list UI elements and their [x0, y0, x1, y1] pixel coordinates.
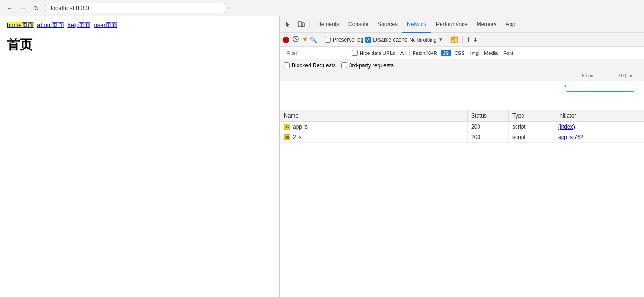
td-type-appjs: script — [509, 122, 554, 132]
td-status-appjs: 200 — [468, 122, 509, 132]
forward-button[interactable]: → — [18, 4, 28, 13]
tick-50ms: 50 ms — [582, 73, 594, 78]
clear-icon — [293, 36, 299, 42]
cursor-icon — [285, 21, 292, 28]
td-initiator-appjs: (index) — [554, 122, 644, 132]
dot-blue-1 — [564, 85, 566, 87]
th-status[interactable]: Status — [468, 110, 509, 121]
nav-link-help[interactable]: help页面 — [67, 22, 90, 28]
tick-100ms: 100 ms — [618, 73, 633, 78]
preserve-log-text: Preserve log — [333, 37, 363, 43]
timeline-area: 50 ms 100 ms 150 ms 200 ms 250 ms 300 ms — [280, 71, 644, 110]
filter-font[interactable]: Font — [501, 50, 516, 56]
filter-types: All Fetch/XHR JS CSS Img Media Font — [398, 50, 516, 56]
webpage-heading: 首页 — [7, 36, 272, 54]
disable-cache-label[interactable]: Disable cache — [365, 37, 407, 43]
blocked-requests-text: Blocked Requests — [292, 62, 336, 69]
third-party-text: 3rd-party requests — [349, 62, 394, 69]
record-button[interactable] — [283, 37, 289, 43]
filename-appjs: app.js — [293, 124, 308, 130]
filename-2js: 2.js — [293, 134, 302, 140]
js-file-icon: JS — [284, 124, 290, 130]
hide-data-urls-checkbox[interactable] — [352, 50, 358, 56]
hide-data-urls-label[interactable]: Hide data URLs — [352, 50, 395, 56]
third-party-label[interactable]: 3rd-party requests — [341, 62, 394, 69]
filter-divider-2 — [409, 50, 410, 56]
toolbar-divider — [321, 36, 321, 43]
devtools-panel: Elements Console Sources Network Perform… — [280, 16, 644, 297]
nav-link-user[interactable]: user页面 — [94, 22, 117, 28]
filter-bar: Hide data URLs All Fetch/XHR JS CSS Img … — [280, 47, 644, 59]
filter-icon: ▼ — [302, 36, 308, 43]
toolbar-divider-3 — [462, 36, 463, 43]
nav-link-home[interactable]: home页面 — [7, 22, 34, 28]
preserve-log-checkbox[interactable] — [325, 37, 331, 43]
blue-bar — [580, 91, 634, 92]
tab-network[interactable]: Network — [402, 16, 431, 33]
network-toolbar: ▼ 🔍 Preserve log Disable cache No thrott… — [280, 33, 644, 47]
js-file-icon-2: JS — [284, 134, 290, 140]
tab-app[interactable]: App — [501, 16, 520, 33]
toolbar-divider-2 — [447, 36, 447, 43]
blocked-row: Blocked Requests 3rd-party requests — [280, 59, 644, 71]
tab-console[interactable]: Console — [344, 16, 373, 33]
webpage-area: home页面 about页面 help页面 user页面 首页 — [0, 16, 280, 297]
svg-line-3 — [294, 38, 297, 40]
th-initiator[interactable]: Initiator — [554, 110, 644, 121]
td-name-appjs: JS app.js — [280, 122, 468, 132]
tab-elements[interactable]: Elements — [312, 16, 344, 33]
network-table: Name Status Type Initiator JS app.js 200… — [280, 110, 644, 297]
disable-cache-checkbox[interactable] — [365, 37, 371, 43]
address-bar[interactable]: localhost:8080 — [45, 3, 228, 13]
device-icon — [298, 21, 305, 28]
td-name-2js: JS 2.js — [280, 132, 468, 142]
blocked-requests-checkbox[interactable] — [284, 62, 290, 68]
device-toolbar-icon-btn[interactable] — [295, 19, 308, 30]
filter-img[interactable]: Img — [468, 50, 481, 56]
filter-all[interactable]: All — [398, 50, 408, 56]
nav-link-about[interactable]: about页面 — [37, 22, 64, 28]
th-name[interactable]: Name — [280, 110, 468, 121]
filter-js[interactable]: JS — [441, 50, 451, 56]
svg-rect-1 — [302, 23, 304, 27]
throttle-arrow-icon: ▼ — [438, 37, 443, 42]
webpage-nav: home页面 about页面 help页面 user页面 — [7, 21, 272, 29]
devtools-tabs: Elements Console Sources Network Perform… — [280, 16, 644, 33]
td-initiator-2js: app.js:762 — [554, 132, 644, 142]
third-party-checkbox[interactable] — [341, 62, 347, 68]
download-icon[interactable]: ⬇ — [473, 36, 478, 43]
filter-divider — [347, 49, 347, 57]
svg-rect-0 — [298, 22, 302, 27]
clear-button[interactable] — [291, 35, 300, 44]
hide-data-urls-text: Hide data URLs — [360, 50, 395, 56]
tab-performance[interactable]: Performance — [431, 16, 472, 33]
browser-chrome: ← → ↻ localhost:8080 — [0, 0, 644, 16]
preserve-log-label[interactable]: Preserve log — [325, 37, 363, 43]
throttle-dropdown[interactable]: No throttling — [410, 37, 436, 43]
table-row[interactable]: JS app.js 200 script (index) — [280, 122, 644, 132]
disable-cache-text: Disable cache — [373, 37, 407, 43]
tab-memory[interactable]: Memory — [472, 16, 501, 33]
table-row[interactable]: JS 2.js 200 script app.js:762 — [280, 132, 644, 143]
table-header: Name Status Type Initiator — [280, 110, 644, 122]
th-type[interactable]: Type — [509, 110, 554, 121]
timeline-chart — [280, 81, 644, 110]
wifi-icon: 📶 — [451, 36, 458, 43]
search-icon: 🔍 — [310, 36, 317, 43]
filter-input[interactable] — [283, 49, 342, 57]
initiator-link-appjs[interactable]: (index) — [558, 124, 575, 130]
upload-icon[interactable]: ⬆ — [466, 36, 471, 43]
inspector-icon-btn[interactable] — [282, 19, 295, 30]
tab-separator — [309, 20, 310, 29]
filter-media[interactable]: Media — [482, 50, 500, 56]
filter-css[interactable]: CSS — [452, 50, 467, 56]
main-layout: home页面 about页面 help页面 user页面 首页 Elements — [0, 16, 644, 297]
initiator-link-2js[interactable]: app.js:762 — [558, 134, 583, 140]
back-button[interactable]: ← — [5, 4, 15, 13]
td-status-2js: 200 — [468, 132, 509, 142]
tab-sources[interactable]: Sources — [373, 16, 402, 33]
green-bar — [566, 91, 580, 92]
blocked-requests-label[interactable]: Blocked Requests — [284, 62, 336, 69]
filter-fetch-xhr[interactable]: Fetch/XHR — [410, 50, 440, 56]
refresh-button[interactable]: ↻ — [32, 4, 41, 13]
